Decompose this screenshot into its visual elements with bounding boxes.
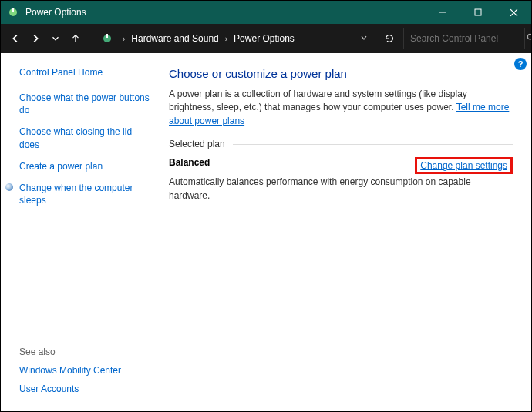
plan-name: Balanced bbox=[169, 157, 210, 168]
section-label: Selected plan bbox=[169, 139, 233, 149]
recent-dropdown-button[interactable] bbox=[47, 30, 64, 47]
search-icon[interactable] bbox=[526, 32, 532, 45]
power-options-icon bbox=[99, 31, 115, 46]
page-description: A power plan is a collection of hardware… bbox=[169, 88, 513, 128]
sidebar-link-sleep[interactable]: Change when the computer sleeps bbox=[19, 182, 153, 206]
address-bar: › Hardware and Sound › Power Options bbox=[1, 24, 531, 53]
control-panel-home-link[interactable]: Control Panel Home bbox=[19, 67, 153, 78]
titlebar: Power Options bbox=[1, 1, 531, 24]
app-icon bbox=[7, 6, 19, 18]
page-heading: Choose or customize a power plan bbox=[169, 67, 513, 80]
back-button[interactable] bbox=[7, 30, 24, 47]
refresh-button[interactable] bbox=[379, 33, 400, 44]
description-text: A power plan is a collection of hardware… bbox=[169, 89, 467, 112]
chevron-right-icon[interactable]: › bbox=[120, 35, 128, 43]
svg-rect-1 bbox=[12, 8, 14, 12]
minimize-button[interactable] bbox=[425, 1, 460, 24]
sidebar-link-power-buttons[interactable]: Choose what the power buttons do bbox=[19, 92, 153, 116]
change-plan-settings-link[interactable]: Change plan settings bbox=[420, 160, 507, 171]
svg-point-8 bbox=[527, 34, 532, 39]
divider bbox=[233, 144, 513, 145]
power-plan: Balanced Change plan settings Automatica… bbox=[169, 157, 513, 203]
breadcrumb-item-power[interactable]: Power Options bbox=[231, 33, 298, 44]
breadcrumb[interactable]: › Hardware and Sound › Power Options bbox=[95, 28, 375, 49]
chevron-down-icon[interactable] bbox=[357, 34, 371, 43]
selected-plan-section: Selected plan bbox=[169, 139, 513, 149]
main-panel: Choose or customize a power plan A power… bbox=[163, 53, 531, 411]
see-also-accounts[interactable]: User Accounts bbox=[19, 384, 153, 394]
chevron-right-icon[interactable]: › bbox=[222, 35, 231, 43]
search-box[interactable] bbox=[403, 28, 525, 49]
sidebar-link-create-plan[interactable]: Create a power plan bbox=[19, 160, 153, 173]
search-input[interactable] bbox=[410, 33, 526, 44]
svg-rect-7 bbox=[106, 34, 108, 38]
help-icon[interactable]: ? bbox=[514, 58, 527, 70]
content-area: ? Control Panel Home Choose what the pow… bbox=[1, 53, 531, 411]
maximize-button[interactable] bbox=[460, 1, 496, 24]
window-title: Power Options bbox=[25, 7, 425, 18]
forward-button[interactable] bbox=[27, 30, 44, 47]
svg-rect-3 bbox=[475, 9, 481, 15]
sidebar: Control Panel Home Choose what the power… bbox=[1, 53, 163, 411]
highlight-box: Change plan settings bbox=[415, 157, 513, 174]
close-button[interactable] bbox=[496, 1, 531, 24]
sidebar-link-closing-lid[interactable]: Choose what closing the lid does bbox=[19, 126, 153, 150]
see-also-heading: See also bbox=[19, 347, 153, 357]
up-button[interactable] bbox=[67, 30, 84, 47]
see-also-mobility[interactable]: Windows Mobility Center bbox=[19, 365, 153, 376]
plan-description: Automatically balances performance with … bbox=[169, 176, 477, 203]
breadcrumb-item-hardware[interactable]: Hardware and Sound bbox=[128, 33, 221, 44]
